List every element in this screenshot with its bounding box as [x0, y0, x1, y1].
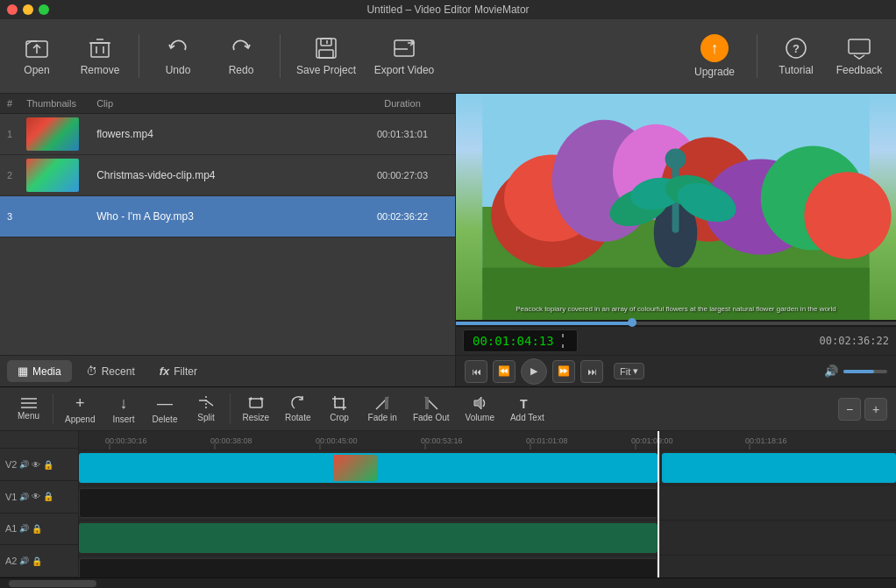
- upgrade-label: Upgrade: [694, 66, 735, 78]
- video-preview[interactable]: Peacock topiary covered in an array of c…: [456, 94, 896, 320]
- save-icon: [314, 36, 338, 60]
- media-row-1[interactable]: 1 flowers.mp4 00:01:31:01: [0, 114, 455, 155]
- save-button[interactable]: Save Project: [291, 25, 361, 87]
- open-button[interactable]: Open: [9, 25, 65, 87]
- undo-button[interactable]: Undo: [150, 25, 206, 87]
- play-button[interactable]: ▶: [521, 358, 547, 385]
- progress-handle[interactable]: [628, 318, 636, 327]
- row-duration-2: 00:00:27:03: [350, 155, 455, 196]
- skip-end-button[interactable]: ⏭: [580, 360, 603, 383]
- upgrade-icon: ↑: [700, 34, 729, 62]
- window-controls[interactable]: [7, 4, 49, 15]
- toolbar-sep-3: [757, 34, 757, 78]
- menu-button[interactable]: Menu: [9, 393, 48, 424]
- col-num-header: #: [0, 94, 19, 114]
- rotate-button[interactable]: Rotate: [278, 392, 317, 426]
- zoom-in-button[interactable]: +: [864, 398, 887, 421]
- progress-bar-area[interactable]: [456, 320, 896, 327]
- fast-forward-button[interactable]: ⏩: [552, 360, 575, 383]
- svg-rect-38: [335, 399, 344, 407]
- rewind-button[interactable]: ⏪: [493, 360, 516, 383]
- volume-bar[interactable]: [843, 370, 887, 373]
- svg-text:?: ?: [793, 42, 800, 55]
- resize-icon: [248, 395, 264, 411]
- zoom-out-button[interactable]: −: [838, 398, 861, 421]
- row-duration-3: 00:02:36:22: [350, 196, 455, 237]
- delete-button[interactable]: — Delete: [145, 391, 184, 428]
- tab-media-label: Media: [32, 365, 61, 378]
- resize-label: Resize: [242, 413, 269, 422]
- tutorial-button[interactable]: ? Tutorial: [768, 25, 824, 87]
- insert-button[interactable]: ↓ Insert: [103, 391, 143, 428]
- horizontal-scrollbar[interactable]: [9, 580, 96, 587]
- media-row-3[interactable]: 3 Who - I'm A Boy.mp3 00:02:36:22: [0, 196, 455, 237]
- tab-recent-label: Recent: [102, 365, 135, 378]
- resize-button[interactable]: Resize: [235, 392, 276, 426]
- tl-sep-2: [230, 393, 231, 424]
- media-row-2[interactable]: 2 Christmas-video-clip.mp4 00:00:27:03: [0, 155, 455, 196]
- row-name-3: Who - I'm A Boy.mp3: [89, 196, 350, 237]
- svg-rect-2: [91, 43, 109, 57]
- upgrade-button[interactable]: ↑ Upgrade: [683, 25, 746, 87]
- track-label-v1: V1 🔊 👁 🔒: [0, 481, 78, 514]
- zoom-controls: − +: [838, 398, 887, 421]
- tab-media[interactable]: ▦ Media: [7, 360, 72, 382]
- tutorial-icon: ?: [784, 36, 808, 60]
- delete-icon: —: [157, 394, 173, 413]
- media-table: # Thumbnails Clip Duration 1 flowers.mp4…: [0, 94, 455, 237]
- split-button[interactable]: Split: [186, 392, 225, 426]
- feedback-button[interactable]: Feedback: [831, 25, 887, 87]
- tab-bar: ▦ Media ⏱ Recent fx Filter: [0, 355, 455, 386]
- minimize-button[interactable]: [23, 4, 33, 15]
- feedback-label: Feedback: [836, 64, 883, 76]
- redo-button[interactable]: Redo: [213, 25, 269, 87]
- volume-icon: 🔊: [824, 365, 838, 378]
- v1-eye-icon[interactable]: 👁: [32, 492, 40, 501]
- menu-icon: [21, 397, 37, 409]
- time-spinner-icon: [558, 333, 568, 349]
- a1-lock-icon[interactable]: 🔒: [32, 524, 42, 534]
- maximize-button[interactable]: [39, 4, 49, 15]
- track-v1: [79, 485, 896, 521]
- volume-button[interactable]: Volume: [459, 392, 501, 426]
- scrollbar-area[interactable]: [0, 577, 896, 588]
- track-label-v2: V2 🔊 👁 🔒: [0, 449, 78, 481]
- clip-a1-1[interactable]: [79, 523, 658, 553]
- fadein-button[interactable]: Fade in: [361, 392, 404, 426]
- v2-eye-icon[interactable]: 👁: [32, 460, 40, 470]
- clip-v2-2[interactable]: [662, 453, 896, 483]
- tab-filter[interactable]: fx Filter: [149, 360, 208, 382]
- addtext-label: Add Text: [510, 413, 544, 422]
- skip-start-button[interactable]: ⏮: [465, 360, 487, 383]
- fadeout-label: Fade Out: [413, 413, 450, 422]
- toolbar-sep-1: [139, 34, 139, 78]
- tab-recent[interactable]: ⏱ Recent: [75, 360, 146, 382]
- fadeout-button[interactable]: Fade Out: [406, 392, 457, 426]
- clip-v1-1[interactable]: [79, 488, 658, 518]
- a2-lock-icon[interactable]: 🔒: [32, 556, 42, 566]
- close-button[interactable]: [7, 4, 18, 15]
- clip-a2-1[interactable]: [79, 558, 658, 577]
- addtext-button[interactable]: T Add Text: [503, 392, 551, 426]
- titlebar: Untitled – Video Editor MovieMator: [0, 0, 896, 19]
- progress-track[interactable]: [456, 322, 896, 325]
- row-num-1: 1: [0, 114, 19, 155]
- open-icon: [25, 36, 49, 60]
- row-num-3: 3: [0, 196, 19, 237]
- v2-lock-icon[interactable]: 🔒: [43, 460, 53, 470]
- playhead[interactable]: [658, 431, 659, 577]
- remove-button[interactable]: Remove: [72, 25, 128, 87]
- row-thumb-2: [19, 155, 89, 196]
- timeline-tracks: V2 🔊 👁 🔒 V1 🔊 👁 🔒 A1 🔊 🔒 A2 🔊 🔒: [0, 431, 896, 577]
- preview-panel: Peacock topiary covered in an array of c…: [456, 94, 896, 386]
- preview-image: [456, 94, 896, 320]
- recent-icon: ⏱: [86, 365, 97, 378]
- current-time-value: 00:01:04:13: [473, 334, 554, 348]
- append-button[interactable]: + Append: [58, 391, 102, 428]
- v1-lock-icon[interactable]: 🔒: [43, 492, 53, 501]
- crop-button[interactable]: Crop: [320, 392, 359, 426]
- clip-v2-1[interactable]: [79, 453, 658, 483]
- thumbnail-3: [26, 200, 79, 233]
- export-button[interactable]: Export Video: [368, 25, 440, 87]
- fit-dropdown[interactable]: Fit ▾: [614, 363, 644, 379]
